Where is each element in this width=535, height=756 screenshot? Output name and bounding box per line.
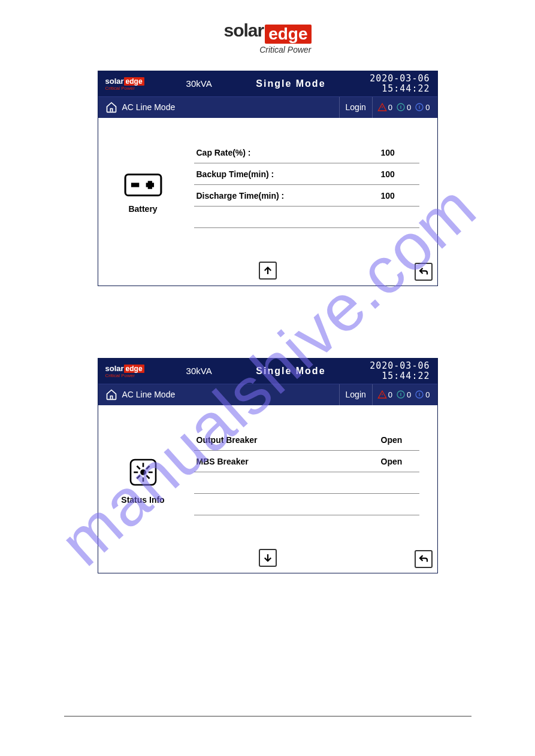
info2-status: 0: [415, 102, 430, 112]
info-circle-icon: [415, 102, 424, 112]
section-label: Battery: [128, 204, 157, 214]
mini-solar: solar: [105, 77, 124, 86]
warning-triangle-icon: [377, 390, 387, 399]
login-button[interactable]: Login: [339, 384, 373, 405]
page-header: solaredge Critical Power: [0, 0, 535, 60]
row-value: 100: [381, 169, 417, 182]
section-icon-area: Battery: [98, 118, 188, 256]
data-rows: Cap Rate(%) :100 Backup Time(min) :100 D…: [188, 118, 437, 256]
figure-caption: [98, 290, 438, 300]
mini-tagline: Critical Power: [105, 373, 144, 378]
table-row: [194, 207, 419, 228]
svg-line-16: [146, 466, 149, 469]
table-row: Output BreakerOpen: [194, 429, 419, 451]
row-value: Open: [381, 457, 417, 469]
ups-panel: solaredge Critical Power 30kVA Single Mo…: [98, 358, 438, 573]
date: 2020-03-06: [370, 361, 430, 371]
row-value: [381, 500, 417, 512]
info2-status: 0: [415, 390, 430, 399]
table-row: [194, 472, 419, 494]
panel-body: Status Info Output BreakerOpen MBS Break…: [98, 405, 437, 543]
sun-status-icon: [126, 456, 160, 489]
login-button[interactable]: Login: [339, 97, 373, 118]
row-value: 100: [381, 148, 417, 160]
panel-body: Battery Cap Rate(%) :100 Backup Time(min…: [98, 118, 437, 256]
svg-line-17: [137, 475, 140, 478]
line-mode: AC Line Mode: [105, 101, 339, 113]
brand-solar: solar: [223, 20, 264, 40]
row-value: [381, 478, 417, 491]
svg-line-15: [146, 475, 149, 478]
info2-count: 0: [425, 103, 430, 112]
nav-back-button[interactable]: [415, 550, 433, 568]
status-icons: 0 0 0: [373, 102, 430, 112]
svg-point-9: [141, 470, 145, 474]
info-circle-icon: [415, 390, 424, 399]
info1-count: 0: [407, 103, 411, 112]
table-row: [194, 494, 419, 515]
battery-icon: [123, 172, 163, 198]
warn-status: 0: [377, 390, 392, 399]
row-label: MBS Breaker: [197, 457, 249, 469]
panel-subheader: AC Line Mode Login 0 0 0: [98, 96, 437, 118]
row-label: Output Breaker: [197, 435, 258, 448]
data-rows: Output BreakerOpen MBS BreakerOpen: [188, 405, 437, 543]
row-value: 100: [381, 191, 417, 204]
svg-rect-3: [132, 184, 138, 186]
panel-header: solaredge Critical Power 30kVA Single Mo…: [98, 71, 437, 96]
mini-edge: edge: [124, 365, 144, 373]
svg-rect-5: [149, 182, 151, 188]
info1-status: 0: [396, 102, 411, 112]
svg-rect-2: [125, 174, 161, 195]
battery-panel-wrap: solaredge Critical Power 30kVA Single Mo…: [98, 71, 438, 300]
kva-label: 30kVA: [186, 78, 212, 89]
time: 15:44:22: [370, 84, 430, 94]
warn-count: 0: [388, 103, 392, 112]
nav-down-button[interactable]: [259, 549, 277, 567]
inter-caption: [98, 306, 438, 315]
row-value: [381, 212, 417, 225]
row-label: Backup Time(min) :: [197, 169, 274, 182]
brand-logo: solaredge Critical Power: [223, 20, 311, 54]
figure-caption: [98, 577, 438, 588]
brand-tagline: Critical Power: [223, 45, 311, 54]
mini-solar: solar: [105, 364, 124, 373]
info2-count: 0: [425, 390, 430, 399]
panel-footer: [98, 256, 437, 286]
svg-line-14: [137, 466, 140, 469]
line-mode-text: AC Line Mode: [122, 102, 176, 112]
row-label: Discharge Time(min) :: [197, 191, 285, 204]
nav-back-button[interactable]: [415, 263, 433, 281]
warning-triangle-icon: [377, 102, 387, 112]
mode-title: Single Mode: [212, 366, 370, 377]
table-row: Backup Time(min) :100: [194, 163, 419, 185]
datetime: 2020-03-06 15:44:22: [370, 74, 430, 93]
panel-footer: [98, 543, 437, 573]
nav-up-button[interactable]: [259, 262, 277, 280]
mini-logo: solaredge Critical Power: [105, 363, 144, 378]
info-circle-icon: [396, 102, 406, 112]
home-icon: [105, 388, 117, 400]
page-footer: [64, 716, 471, 720]
home-icon: [105, 101, 117, 113]
line-mode-text: AC Line Mode: [122, 390, 176, 399]
mode-title: Single Mode: [212, 78, 370, 89]
arrow-up-icon: [262, 265, 273, 276]
panel-subheader: AC Line Mode Login 0 0 0: [98, 384, 437, 405]
warn-count: 0: [388, 390, 392, 399]
table-row: MBS BreakerOpen: [194, 451, 419, 472]
back-arrow-icon: [418, 554, 429, 564]
status-icons: 0 0 0: [373, 390, 430, 399]
mini-logo: solaredge Critical Power: [105, 76, 144, 91]
datetime: 2020-03-06 15:44:22: [370, 361, 430, 381]
table-row: Discharge Time(min) :100: [194, 185, 419, 207]
warn-status: 0: [377, 102, 392, 112]
info1-count: 0: [407, 390, 411, 399]
time: 15:44:22: [370, 371, 430, 381]
section-icon-area: Status Info: [98, 405, 188, 543]
panel-header: solaredge Critical Power 30kVA Single Mo…: [98, 359, 437, 384]
table-row: Cap Rate(%) :100: [194, 142, 419, 163]
date: 2020-03-06: [370, 74, 430, 84]
arrow-down-icon: [262, 552, 273, 563]
info-circle-icon: [396, 390, 406, 399]
